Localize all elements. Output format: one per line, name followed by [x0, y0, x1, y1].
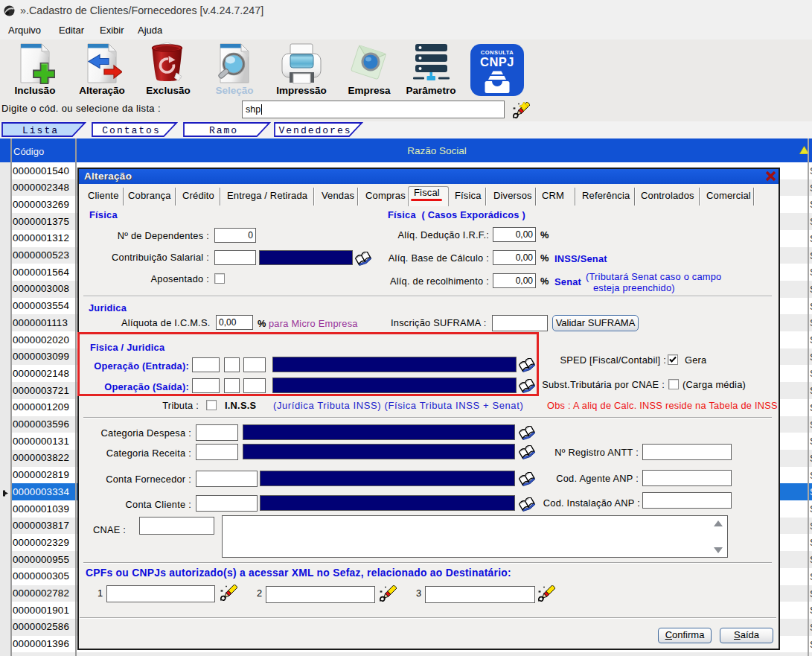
svg-text:Lista: Lista [22, 125, 59, 136]
svg-text:Contatos: Contatos [102, 125, 160, 136]
svg-text:Vendedores: Vendedores [278, 125, 351, 136]
svg-text:Ramo: Ramo [209, 125, 238, 136]
